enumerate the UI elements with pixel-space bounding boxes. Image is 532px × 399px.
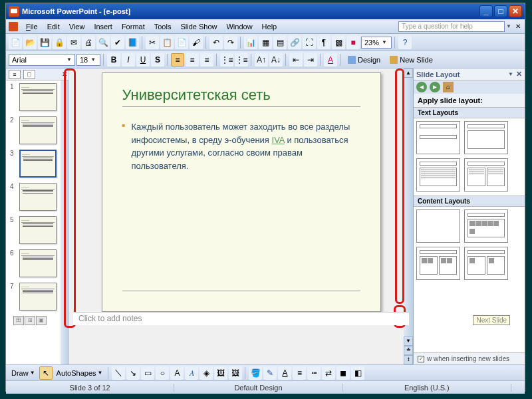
tables-borders-icon[interactable]: ▤ xyxy=(273,36,287,49)
table-icon[interactable]: ▦ xyxy=(259,36,272,49)
fill-color-icon[interactable]: 🪣 xyxy=(249,366,262,380)
open-icon[interactable]: 📂 xyxy=(23,36,37,49)
thumbnail-4[interactable]: 4——— xyxy=(6,180,61,213)
align-center-icon[interactable]: ≡ xyxy=(186,53,199,66)
format-painter-icon[interactable]: 🖌 xyxy=(190,36,203,49)
align-left-icon[interactable]: ≡ xyxy=(171,53,184,66)
font-color-draw-icon[interactable]: A xyxy=(278,366,291,380)
outline-tab[interactable]: ≡ xyxy=(9,70,21,79)
layout-title-content[interactable] xyxy=(464,121,508,154)
home-icon[interactable]: ⌂ xyxy=(443,82,454,92)
decrease-indent-icon[interactable]: ⇤ xyxy=(289,53,303,66)
diagram-icon[interactable]: ◈ xyxy=(200,366,213,380)
menu-file[interactable]: File xyxy=(22,21,42,32)
expand-icon[interactable]: ⛶ xyxy=(303,36,316,49)
select-icon[interactable]: ↖ xyxy=(39,366,53,380)
oval-icon[interactable]: ○ xyxy=(156,366,169,380)
preview-icon[interactable]: 🔍 xyxy=(96,36,110,49)
menu-tools[interactable]: Tools xyxy=(150,21,176,32)
arrow-style-icon[interactable]: ⇄ xyxy=(322,366,335,380)
design-button[interactable]: Design xyxy=(344,53,384,66)
picture-icon[interactable]: 🖼 xyxy=(229,366,242,380)
thumbnail-7[interactable]: 7——— xyxy=(6,280,61,313)
arrow-icon[interactable]: ↘ xyxy=(126,366,140,380)
menu-view[interactable]: View xyxy=(65,21,89,32)
decrease-font-icon[interactable]: A↓ xyxy=(269,53,283,66)
menu-window[interactable]: Window xyxy=(222,21,256,32)
spelling-icon[interactable]: ✔ xyxy=(111,36,124,49)
layout-title-only[interactable] xyxy=(416,121,460,154)
show-inserting-checkbox[interactable]: ✓w when inserting new slides xyxy=(414,352,525,364)
cut-icon[interactable]: ✂ xyxy=(146,36,159,49)
bullets-icon[interactable]: ⋮≡ xyxy=(235,53,248,66)
fontsize-combo[interactable]: 18▼ xyxy=(76,54,100,66)
print-icon[interactable]: 🖨 xyxy=(82,36,95,49)
thumbnail-3[interactable]: 3——— xyxy=(6,147,61,180)
layout-two-content[interactable] xyxy=(416,247,460,280)
maximize-button[interactable]: □ xyxy=(494,5,507,17)
line-style-icon[interactable]: ≡ xyxy=(293,366,306,380)
chart-icon[interactable]: 📊 xyxy=(244,36,257,49)
font-color-icon[interactable]: A xyxy=(324,53,337,66)
redo-icon[interactable]: ↷ xyxy=(224,36,237,49)
menu-insert[interactable]: Insert xyxy=(90,21,116,32)
shadow-icon[interactable]: S xyxy=(151,53,164,66)
layout-blank[interactable] xyxy=(416,209,460,243)
clipart-icon[interactable]: 🖼 xyxy=(214,366,227,380)
menu-edit[interactable]: Edit xyxy=(43,21,64,32)
save-icon[interactable]: 💾 xyxy=(38,36,51,49)
grid-icon[interactable]: ▩ xyxy=(332,36,345,49)
hyperlink-icon[interactable]: 🔗 xyxy=(288,36,301,49)
autoshapes-menu[interactable]: AutoShapes ▼ xyxy=(54,369,106,377)
slide-body[interactable]: Каждый пользователь может заходить во вс… xyxy=(122,120,360,172)
3d-style-icon[interactable]: ◧ xyxy=(351,366,364,380)
new-slide-button[interactable]: New Slide xyxy=(386,53,437,66)
layout-title-text[interactable] xyxy=(416,158,460,192)
notes-pane[interactable]: 田 ⊞ ▣ Click to add notes Next Slide xyxy=(73,312,409,325)
slides-tab[interactable]: □ xyxy=(23,70,35,79)
new-icon[interactable]: 📄 xyxy=(9,36,22,49)
dash-style-icon[interactable]: ┅ xyxy=(307,366,321,380)
back-icon[interactable]: ◄ xyxy=(416,82,427,92)
layout-content[interactable] xyxy=(464,209,508,243)
minimize-button[interactable]: _ xyxy=(479,5,493,17)
textbox-icon[interactable]: A xyxy=(170,366,184,380)
sorter-view-button[interactable]: ⊞ xyxy=(25,316,35,325)
slide-link[interactable]: IVA xyxy=(272,135,285,145)
thumbnail-2[interactable]: 2——— xyxy=(6,114,61,147)
shadow-style-icon[interactable]: ◼ xyxy=(336,366,350,380)
forward-icon[interactable]: ► xyxy=(430,82,440,92)
align-right-icon[interactable]: ≡ xyxy=(200,53,213,66)
line-icon[interactable]: ＼ xyxy=(112,366,125,380)
thumbnail-1[interactable]: 1——— xyxy=(6,80,61,114)
copy-icon[interactable]: 📋 xyxy=(160,36,174,49)
prev-slide-button[interactable]: ≛ xyxy=(404,346,413,355)
increase-indent-icon[interactable]: ⇥ xyxy=(304,53,317,66)
rectangle-icon[interactable]: ▭ xyxy=(141,366,154,380)
italic-icon[interactable]: I xyxy=(122,53,135,66)
menu-help[interactable]: Help xyxy=(258,21,281,32)
slide-title[interactable]: Университетская сеть xyxy=(122,86,360,107)
wordart-icon[interactable]: 𝐴 xyxy=(185,366,198,380)
taskpane-dropdown-icon[interactable]: ▼ xyxy=(508,71,513,77)
slide-canvas[interactable]: Университетская сеть Каждый пользователь… xyxy=(102,72,381,312)
color-icon[interactable]: ■ xyxy=(346,36,360,49)
underline-icon[interactable]: U xyxy=(136,53,150,66)
line-color-icon[interactable]: ✎ xyxy=(263,366,277,380)
undo-icon[interactable]: ↶ xyxy=(209,36,223,49)
menu-slideshow[interactable]: Slide Show xyxy=(176,21,221,32)
slideshow-view-button[interactable]: ▣ xyxy=(36,316,47,325)
numbering-icon[interactable]: ⋮≡ xyxy=(220,53,233,66)
show-formatting-icon[interactable]: ¶ xyxy=(317,36,331,49)
research-icon[interactable]: 📘 xyxy=(126,36,139,49)
next-slide-button[interactable]: ⤈ xyxy=(404,355,413,364)
help-icon[interactable]: ? xyxy=(398,36,412,49)
thumbnail-5[interactable]: 5——— xyxy=(6,213,61,247)
normal-view-button[interactable]: 田 xyxy=(13,316,24,325)
font-combo[interactable]: Arial▼ xyxy=(9,54,75,66)
help-search[interactable]: Type a question for help xyxy=(398,21,505,32)
menu-format[interactable]: Format xyxy=(118,21,149,32)
draw-menu[interactable]: Draw ▼ xyxy=(9,369,38,377)
layout-four-content[interactable] xyxy=(464,247,508,280)
thumbnail-6[interactable]: 6——— xyxy=(6,247,61,280)
